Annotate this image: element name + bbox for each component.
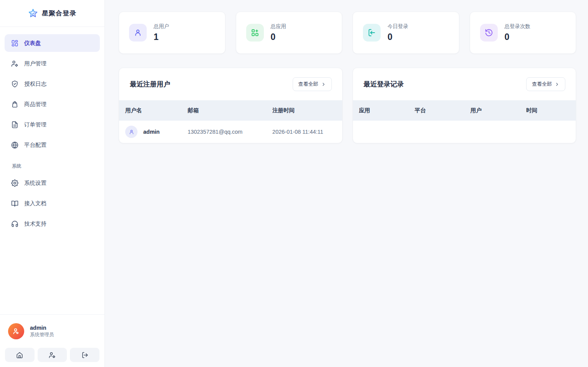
sidebar-item-products[interactable]: 商品管理 xyxy=(5,95,100,113)
main-nav: 仪表盘 用户管理 授权日志 xyxy=(0,27,104,235)
sidebar-section-system: 系统 xyxy=(12,163,100,169)
logo: 星聚合登录 xyxy=(0,0,104,27)
panel-title: 最近登录记录 xyxy=(364,80,404,89)
stat-label: 总应用 xyxy=(271,23,287,30)
stat-card-total-users: 总用户 1 xyxy=(119,12,225,54)
stat-label: 今日登录 xyxy=(388,23,408,30)
recent-users-panel: 最近注册用户 查看全部 用户名 邮箱 注册时间 xyxy=(119,68,343,143)
row-username: admin xyxy=(143,129,160,135)
recent-logins-panel: 最近登录记录 查看全部 应用 平台 用户 时间 xyxy=(353,68,576,143)
stat-value: 0 xyxy=(388,32,408,42)
row-email: 1302357281@qq.com xyxy=(182,121,267,143)
shield-check-icon xyxy=(11,80,18,88)
sidebar-user-area: admin 系统管理员 xyxy=(0,314,104,367)
headphones-icon xyxy=(11,220,18,228)
book-open-icon xyxy=(11,200,18,207)
star-icon xyxy=(28,8,38,18)
sidebar-item-auth-logs[interactable]: 授权日志 xyxy=(5,75,100,93)
column-header: 邮箱 xyxy=(182,100,267,121)
view-all-users-button[interactable]: 查看全部 xyxy=(293,77,332,91)
recent-logins-table: 应用 平台 用户 时间 xyxy=(353,100,576,143)
logout-button[interactable] xyxy=(70,348,99,362)
sidebar-item-users[interactable]: 用户管理 xyxy=(5,55,100,72)
user-cog-icon xyxy=(11,60,18,67)
sidebar-item-platform-config[interactable]: 平台配置 xyxy=(5,136,100,154)
view-all-logins-button[interactable]: 查看全部 xyxy=(526,77,565,91)
chevron-right-icon xyxy=(555,82,560,87)
column-header: 用户名 xyxy=(119,100,182,121)
sidebar-item-docs[interactable]: 接入文档 xyxy=(5,194,100,212)
column-header: 时间 xyxy=(520,100,576,121)
row-avatar xyxy=(125,126,137,138)
panels: 最近注册用户 查看全部 用户名 邮箱 注册时间 xyxy=(119,68,576,143)
stat-card-total-logins: 总登录次数 0 xyxy=(470,12,576,54)
user-cog-icon xyxy=(49,352,56,359)
column-header: 用户 xyxy=(464,100,520,121)
sidebar-item-label: 接入文档 xyxy=(24,200,46,207)
globe-icon xyxy=(11,141,18,149)
panel-title: 最近注册用户 xyxy=(130,80,170,89)
stat-value: 0 xyxy=(271,32,287,42)
current-user: admin 系统管理员 xyxy=(5,323,99,339)
sidebar-item-label: 仪表盘 xyxy=(24,40,41,47)
user-role: 系统管理员 xyxy=(30,332,54,338)
app-title: 星聚合登录 xyxy=(42,9,76,18)
view-all-label: 查看全部 xyxy=(298,81,318,88)
column-header: 注册时间 xyxy=(266,100,342,121)
stat-label: 总登录次数 xyxy=(505,23,531,30)
stat-card-today-logins: 今日登录 0 xyxy=(353,12,459,54)
chevron-right-icon xyxy=(321,82,326,87)
stat-value: 1 xyxy=(154,32,169,42)
history-icon xyxy=(480,24,498,42)
empty-table-body xyxy=(353,121,576,143)
sidebar: 星聚合登录 仪表盘 用户管理 xyxy=(0,0,105,367)
sidebar-item-support[interactable]: 技术支持 xyxy=(5,215,100,232)
table-row[interactable]: admin 1302357281@qq.com 2026-01-08 11:44… xyxy=(119,121,342,143)
log-in-icon xyxy=(363,24,381,42)
main-content: 总用户 1 总应用 0 xyxy=(105,0,588,367)
shopping-bag-icon xyxy=(11,101,18,108)
logout-icon xyxy=(81,352,88,359)
stat-label: 总用户 xyxy=(154,23,169,30)
sidebar-item-label: 用户管理 xyxy=(24,60,46,67)
sidebar-item-dashboard[interactable]: 仪表盘 xyxy=(5,34,100,52)
sidebar-item-label: 授权日志 xyxy=(24,80,46,88)
stat-cards: 总用户 1 总应用 0 xyxy=(119,12,576,54)
gear-icon xyxy=(11,179,18,187)
sidebar-item-orders[interactable]: 订单管理 xyxy=(5,116,100,133)
stat-card-total-apps: 总应用 0 xyxy=(236,12,343,54)
sidebar-item-label: 技术支持 xyxy=(24,220,46,228)
user-actions xyxy=(5,348,99,362)
layout-dashboard-icon xyxy=(11,40,18,47)
user-name: admin xyxy=(30,324,54,332)
recent-users-table: 用户名 邮箱 注册时间 xyxy=(119,100,342,143)
sidebar-item-system-settings[interactable]: 系统设置 xyxy=(5,174,100,192)
stat-value: 0 xyxy=(505,32,531,42)
profile-settings-button[interactable] xyxy=(38,348,67,362)
view-all-label: 查看全部 xyxy=(532,81,552,88)
sidebar-item-label: 商品管理 xyxy=(24,101,46,108)
sidebar-item-label: 平台配置 xyxy=(24,141,46,149)
grid-plus-icon xyxy=(246,24,264,42)
home-icon xyxy=(16,352,23,359)
sidebar-item-label: 系统设置 xyxy=(24,179,46,187)
user-icon xyxy=(129,24,147,42)
file-text-icon xyxy=(11,121,18,128)
home-button[interactable] xyxy=(5,348,35,362)
column-header: 应用 xyxy=(353,100,409,121)
column-header: 平台 xyxy=(409,100,464,121)
avatar xyxy=(8,323,24,339)
row-register-time: 2026-01-08 11:44:11 xyxy=(266,121,342,143)
sidebar-item-label: 订单管理 xyxy=(24,121,46,128)
